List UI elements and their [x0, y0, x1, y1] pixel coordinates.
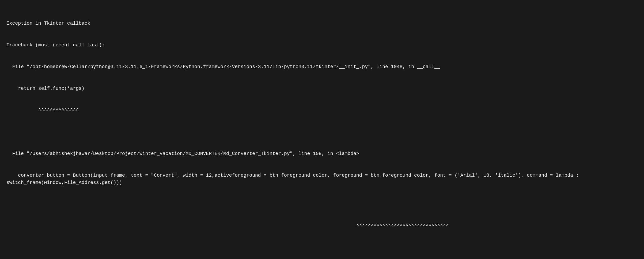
line-3: File "/opt/homebrew/Cellar/python@3.11/3…: [6, 63, 638, 71]
line-7: File "/Users/abhishekjhawar/Desktop/Proj…: [6, 150, 638, 157]
line-4: return self.func(*args): [6, 85, 638, 92]
line-8: converter_button = Button(input_frame, t…: [6, 172, 638, 186]
line-2: Traceback (most recent call last):: [6, 42, 638, 49]
terminal-output: Exception in Tkinter callback Traceback …: [6, 5, 638, 259]
empty-line-3: [6, 244, 638, 251]
line-1: Exception in Tkinter callback: [6, 20, 638, 27]
line-5: ^^^^^^^^^^^^^^: [6, 107, 638, 114]
line-10: ^^^^^^^^^^^^^^^^^^^^^^^^^^^^^^^^: [6, 223, 638, 230]
empty-line-1: [6, 128, 638, 136]
empty-line-2: [6, 201, 638, 208]
